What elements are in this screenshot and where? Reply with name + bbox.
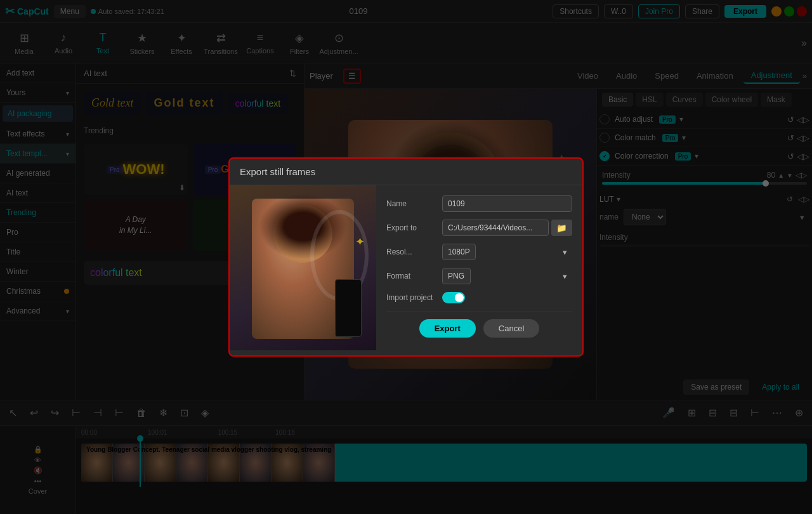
export-to-label: Export to [386, 223, 437, 232]
export-to-input[interactable] [442, 220, 549, 236]
form-row-format: Format PNG JPG BMP ▾ [386, 268, 572, 284]
folder-browse-button[interactable]: 📁 [551, 220, 572, 236]
format-label: Format [386, 272, 437, 280]
modal-actions: Export Cancel [386, 311, 572, 345]
format-select[interactable]: PNG JPG BMP [442, 268, 471, 284]
form-row-export-to: Export to 📁 [386, 220, 572, 236]
modal-preview-image: ✦ ✦ [230, 185, 376, 350]
modal-form: Name Export to 📁 Resol... 720P 10 [376, 185, 582, 355]
modal-export-button[interactable]: Export [419, 319, 476, 338]
form-row-name: Name [386, 195, 572, 212]
modal-cancel-button[interactable]: Cancel [483, 319, 539, 338]
resolution-select-arrow: ▾ [563, 247, 567, 257]
resolution-label: Resol... [386, 247, 437, 256]
name-input[interactable] [442, 195, 572, 212]
resolution-select[interactable]: 720P 1080P 2K 4K [442, 244, 476, 260]
export-to-input-group: 📁 [442, 220, 572, 236]
import-project-toggle[interactable] [442, 292, 465, 303]
modal-title: Export still frames [240, 166, 315, 177]
modal-header: Export still frames [230, 159, 582, 185]
format-select-arrow: ▾ [563, 272, 567, 281]
form-row-resolution: Resol... 720P 1080P 2K 4K ▾ [386, 244, 572, 260]
name-label: Name [386, 199, 437, 208]
toggle-thumb [455, 293, 464, 302]
format-select-wrapper: PNG JPG BMP ▾ [442, 268, 572, 284]
export-still-frames-modal: Export still frames ✦ ✦ [228, 157, 584, 357]
resolution-select-wrapper: 720P 1080P 2K 4K ▾ [442, 244, 572, 260]
import-project-label: Import project [386, 293, 437, 302]
form-row-import: Import project [386, 292, 572, 303]
modal-inner: ✦ ✦ Name Export to [230, 185, 582, 355]
modal-overlay: Export still frames ✦ ✦ [0, 0, 812, 514]
